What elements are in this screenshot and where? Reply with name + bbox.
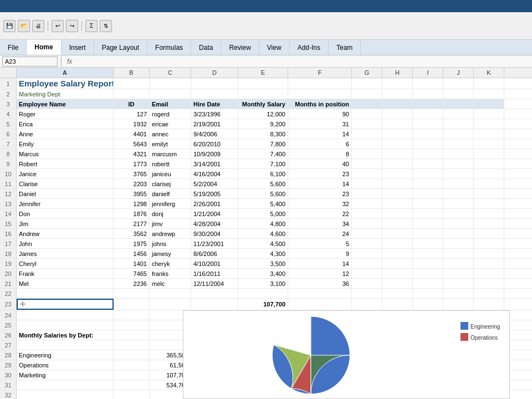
table-cell[interactable] [17,380,114,390]
table-cell[interactable]: 12,000 [238,109,288,119]
table-cell[interactable] [443,199,474,208]
table-cell[interactable] [413,269,443,278]
redo-button[interactable]: ↪ [66,20,78,32]
table-cell[interactable] [352,139,382,149]
table-cell[interactable]: Jim [17,219,114,228]
col-header-b[interactable]: B [114,68,150,78]
table-cell[interactable]: 6/20/2010 [191,139,238,149]
table-cell[interactable] [352,169,382,178]
table-cell[interactable]: Jennifer [17,199,114,208]
table-cell[interactable] [352,199,382,208]
table-cell[interactable] [443,139,474,149]
table-cell[interactable] [191,89,238,99]
table-cell[interactable] [352,179,382,188]
col-header-f[interactable]: F [288,68,352,78]
ribbon-tab-data[interactable]: Data [191,40,221,55]
table-cell[interactable]: andrewp [150,229,191,238]
table-cell[interactable] [474,89,504,99]
table-cell[interactable] [474,299,504,310]
col-header-k[interactable]: K [474,68,504,78]
table-cell[interactable] [474,149,504,158]
table-cell[interactable]: danielf [150,189,191,198]
table-cell[interactable]: 1876 [114,209,150,218]
table-cell[interactable]: 9/4/2006 [191,129,238,139]
table-cell[interactable]: Mel [17,279,114,288]
col-header-g[interactable]: G [352,68,382,78]
table-cell[interactable]: 1401 [114,259,150,268]
table-cell[interactable] [474,109,504,119]
print-button[interactable]: 🖨 [32,20,44,32]
table-cell[interactable] [474,249,504,258]
table-cell[interactable]: Monthly Salaries by Dept: [17,330,114,340]
table-cell[interactable]: 2236 [114,279,150,288]
table-cell[interactable] [443,179,474,188]
table-cell[interactable] [413,139,443,149]
table-cell[interactable]: Erica [17,119,114,129]
table-cell[interactable] [238,89,288,99]
table-cell[interactable]: Operations [17,360,114,370]
open-button[interactable]: 📂 [18,20,30,32]
table-cell[interactable]: Anne [17,129,114,139]
table-cell[interactable]: 9 [288,249,352,258]
table-cell[interactable] [238,289,288,298]
table-cell[interactable] [382,229,413,238]
table-cell[interactable] [382,249,413,258]
table-cell[interactable]: 11/23/2001 [191,239,238,248]
table-cell[interactable] [114,360,150,370]
table-cell[interactable]: 3562 [114,229,150,238]
col-header-j[interactable]: J [443,68,474,78]
table-cell[interactable] [382,289,413,298]
table-cell[interactable]: 7,800 [238,139,288,149]
table-cell[interactable] [443,159,474,168]
table-cell[interactable]: ericae [150,119,191,129]
col-header-e[interactable]: E [238,68,288,78]
table-cell[interactable] [352,209,382,218]
table-cell[interactable] [413,109,443,119]
table-cell[interactable]: 1932 [114,119,150,129]
table-cell[interactable]: jamesy [150,249,191,258]
table-cell[interactable] [382,269,413,278]
name-box[interactable]: A23 [2,57,58,66]
table-cell[interactable]: 4,500 [238,239,288,248]
table-cell[interactable]: James [17,249,114,258]
table-cell[interactable]: annec [150,129,191,139]
table-cell[interactable]: 32 [288,199,352,208]
table-cell[interactable]: 5/2/2004 [191,179,238,188]
table-cell[interactable]: Marketing [17,370,114,380]
table-cell[interactable] [443,119,474,129]
table-cell[interactable] [150,78,191,89]
table-cell[interactable]: 10/9/2009 [191,149,238,158]
table-cell[interactable] [382,179,413,188]
table-cell[interactable] [114,89,150,99]
table-cell[interactable] [382,99,413,109]
table-cell[interactable] [191,289,238,298]
table-cell[interactable] [474,219,504,228]
ribbon-tab-file[interactable]: File [0,40,27,55]
table-cell[interactable]: rogerd [150,109,191,119]
table-cell[interactable] [443,109,474,119]
table-cell[interactable]: 90 [288,109,352,119]
table-cell[interactable]: John [17,239,114,248]
table-cell[interactable]: Clarise [17,179,114,188]
table-cell[interactable] [413,299,443,310]
ribbon-tab-home[interactable]: Home [27,40,61,55]
table-cell[interactable] [114,330,150,340]
table-cell[interactable]: 14 [288,259,352,268]
table-cell[interactable]: 34 [288,219,352,228]
table-cell[interactable] [352,99,382,109]
table-cell[interactable] [474,78,504,89]
table-cell[interactable]: 40 [288,159,352,168]
table-cell[interactable]: 22 [288,209,352,218]
table-cell[interactable] [443,78,474,89]
table-cell[interactable] [474,189,504,198]
table-cell[interactable] [352,279,382,288]
table-cell[interactable]: 5643 [114,139,150,149]
table-cell[interactable]: Andrew [17,229,114,238]
ribbon-tab-formulas[interactable]: Formulas [147,40,191,55]
table-cell[interactable]: emilyt [150,139,191,149]
table-cell[interactable] [474,289,504,298]
table-cell[interactable]: 1/21/2004 [191,209,238,218]
sort-button[interactable]: ⇅ [100,20,112,32]
table-cell[interactable] [288,78,352,89]
table-cell[interactable] [382,259,413,268]
